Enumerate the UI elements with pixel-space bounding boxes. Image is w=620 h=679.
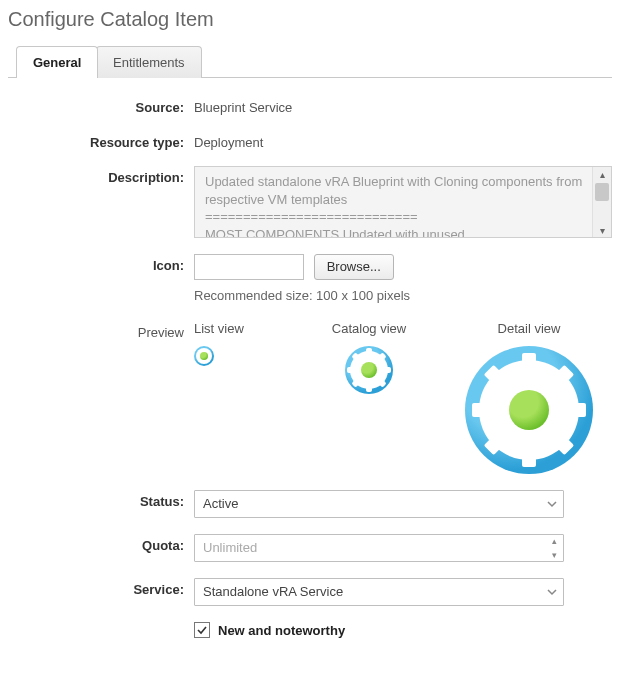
description-label: Description: bbox=[8, 166, 194, 185]
quota-label: Quota: bbox=[8, 534, 194, 553]
source-label: Source: bbox=[8, 96, 194, 115]
tab-general[interactable]: General bbox=[16, 46, 98, 78]
icon-path-input[interactable] bbox=[194, 254, 304, 280]
gear-icon bbox=[465, 346, 593, 474]
icon-label: Icon: bbox=[8, 254, 194, 273]
browse-button[interactable]: Browse... bbox=[314, 254, 394, 280]
service-select[interactable]: Standalone vRA Service bbox=[194, 578, 564, 606]
preview-label: Preview bbox=[8, 321, 194, 340]
preview-catalog-label: Catalog view bbox=[332, 321, 406, 336]
chevron-up-icon: ▴ bbox=[593, 167, 611, 181]
service-label: Service: bbox=[8, 578, 194, 597]
new-and-noteworthy-label[interactable]: New and noteworthy bbox=[218, 623, 345, 638]
check-icon bbox=[196, 624, 208, 636]
resource-type-value: Deployment bbox=[194, 131, 612, 150]
page-title: Configure Catalog Item bbox=[8, 8, 612, 31]
preview-list-label: List view bbox=[194, 321, 244, 336]
icon-hint: Recommended size: 100 x 100 pixels bbox=[194, 288, 612, 303]
status-label: Status: bbox=[8, 490, 194, 509]
gear-icon bbox=[194, 346, 214, 366]
preview-detail-label: Detail view bbox=[498, 321, 561, 336]
description-scrollbar[interactable]: ▴ ▾ bbox=[592, 167, 611, 237]
gear-icon bbox=[345, 346, 393, 394]
status-select[interactable]: Active bbox=[194, 490, 564, 518]
quota-stepper[interactable]: Unlimited bbox=[194, 534, 564, 562]
resource-type-label: Resource type: bbox=[8, 131, 194, 150]
chevron-down-icon: ▾ bbox=[593, 223, 611, 237]
description-textarea[interactable]: Updated standalone vRA Blueprint with Cl… bbox=[194, 166, 612, 238]
scroll-thumb[interactable] bbox=[595, 183, 609, 201]
tab-entitlements[interactable]: Entitlements bbox=[96, 46, 202, 78]
new-and-noteworthy-checkbox[interactable] bbox=[194, 622, 210, 638]
source-value: Blueprint Service bbox=[194, 96, 612, 115]
tab-strip: General Entitlements bbox=[8, 45, 612, 78]
